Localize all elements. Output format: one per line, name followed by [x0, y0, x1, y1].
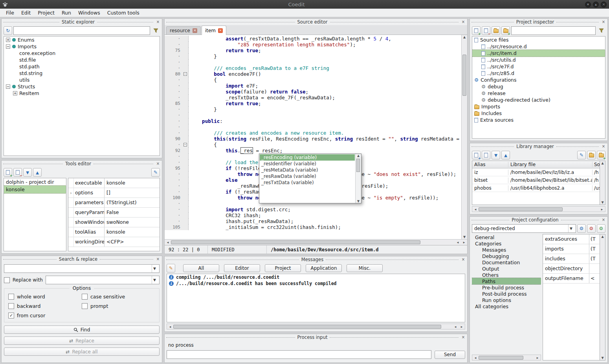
code-line[interactable]: "z85 representation length mismatches");: [189, 42, 356, 48]
window-maximize-button[interactable]: ▴: [593, 2, 599, 7]
property-value[interactable]: []: [105, 188, 160, 198]
project-node-configurations[interactable]: ⚙Configurations: [472, 77, 605, 83]
add-tool-button[interactable]: +: [4, 168, 12, 177]
static-explorer-node-core-exception[interactable]: core.exception: [4, 50, 160, 57]
add-library-button[interactable]: +: [472, 151, 481, 159]
code-line[interactable]: [189, 154, 190, 159]
project-node-debug[interactable]: ⚙debug: [472, 83, 605, 90]
inspector-filter-input[interactable]: [511, 26, 596, 35]
code-line[interactable]: scope(failure) return false;: [189, 89, 308, 95]
code-line[interactable]: this._res = resEnc;: [189, 148, 282, 154]
property-value[interactable]: (T: [589, 244, 600, 254]
config-category-others[interactable]: Others: [472, 272, 541, 278]
fold-marker-icon[interactable]: −: [183, 72, 187, 76]
static-explorer-node-enums[interactable]: +Enums: [4, 37, 160, 43]
project-node-src-e7f-d[interactable]: ../src/e7F.d: [472, 63, 605, 70]
property-value[interactable]: konsole: [105, 227, 160, 237]
close-panel-icon[interactable]: ×: [461, 257, 466, 262]
library-row-phobos[interactable]: phobos/usr/lib64/libphobos2.a/us: [472, 184, 600, 192]
tree-expander-icon[interactable]: +: [13, 91, 17, 95]
messages-filter-misc[interactable]: Misc.: [347, 264, 383, 272]
code-line[interactable]: {: [189, 77, 217, 83]
property-value[interactable]: swoNone: [105, 218, 160, 227]
scrollbar-thumb[interactable]: [479, 356, 523, 360]
code-line[interactable]: [189, 201, 190, 207]
property-value[interactable]: konsole: [105, 178, 160, 188]
config-category-debugging[interactable]: Debugging: [472, 253, 541, 259]
config-category-paths[interactable]: Paths: [472, 278, 541, 284]
refresh-button[interactable]: ↻: [4, 26, 12, 35]
static-explorer-node-std-string[interactable]: std.string: [4, 70, 160, 77]
messages-filter-application[interactable]: Application: [306, 264, 342, 272]
scroll-left-icon[interactable]: ◂: [472, 356, 479, 360]
tree-expander-icon[interactable]: −: [6, 84, 10, 89]
run-tool-button[interactable]: ✎: [151, 168, 160, 177]
project-node-src-utils-d[interactable]: ../src/utils.d: [472, 57, 605, 63]
code-line[interactable]: [189, 124, 190, 130]
code-line[interactable]: else: [189, 177, 237, 183]
config-category-all-categories[interactable]: All categories: [472, 303, 541, 309]
config-category-output[interactable]: Output: [472, 265, 541, 272]
editor-tab-item[interactable]: item×: [202, 26, 226, 35]
static-explorer-node-structs[interactable]: −Structs: [4, 83, 160, 90]
code-line[interactable]: return true;: [189, 48, 261, 53]
menu-project[interactable]: Project: [34, 9, 58, 17]
property-value[interactable]: <CFP>: [105, 237, 160, 247]
code-line[interactable]: this(string resFile, ResEncoding resEnc,…: [189, 136, 461, 142]
code-line[interactable]: /// creates and encodes a new resource i…: [189, 130, 344, 136]
tab-close-icon[interactable]: ×: [218, 28, 223, 33]
project-node-src-z85-d[interactable]: ../src/z85.d: [472, 70, 605, 77]
scroll-left-icon[interactable]: ◂: [165, 240, 171, 244]
sync-configuration-button[interactable]: ⚙: [577, 224, 586, 233]
column-header-sources[interactable]: Sources: [592, 162, 600, 167]
library-horizontal-scrollbar[interactable]: ◂ ▸: [472, 206, 605, 212]
remove-configuration-button[interactable]: ⚙: [587, 224, 596, 233]
tree-expander-icon[interactable]: +: [6, 38, 10, 42]
scroll-left-icon[interactable]: ◂: [472, 207, 479, 211]
code-line[interactable]: public:: [189, 118, 223, 124]
scrollbar-thumb[interactable]: [173, 325, 441, 329]
config-category-pre-build-process[interactable]: Pre-build process: [472, 284, 541, 291]
add-source-button[interactable]: +: [472, 26, 481, 35]
fold-marker-icon[interactable]: −: [183, 143, 187, 146]
add-configuration-button[interactable]: ⚙: [597, 224, 605, 233]
scrollbar-thumb[interactable]: [356, 159, 360, 172]
property-value[interactable]: (TStringList): [105, 198, 160, 207]
scrollbar-thumb[interactable]: [462, 55, 466, 96]
config-category-messages[interactable]: Messages: [472, 247, 541, 253]
code-line[interactable]: bool encodee7F(): [189, 71, 261, 77]
scroll-left-icon[interactable]: ◂: [455, 240, 461, 244]
message-row[interactable]: i/.../build/resource.d.coedit has been s…: [167, 280, 465, 287]
code-line[interactable]: {: [189, 142, 217, 148]
process-input-field[interactable]: [167, 350, 431, 359]
close-panel-icon[interactable]: ×: [601, 20, 606, 24]
chevron-down-icon[interactable]: ▼: [152, 276, 157, 284]
messages-filter-project[interactable]: Project: [265, 264, 301, 272]
config-category-post-build-process[interactable]: Post-build process: [472, 291, 541, 297]
close-panel-icon[interactable]: ×: [461, 20, 466, 24]
property-value[interactable]: <: [589, 274, 600, 283]
scroll-left-icon[interactable]: ◂: [167, 325, 173, 329]
messages-filter-editor[interactable]: Editor: [224, 264, 260, 272]
code-editor[interactable]: · assert(_resTxtData.length == _resRawDa…: [165, 35, 467, 239]
editor-horizontal-scrollbar[interactable]: ◂ ◂ ▸: [165, 239, 467, 245]
library-row-bitset[interactable]: bitset/home/basile/Dev/Bitset/lib/bitset…: [472, 176, 600, 184]
move-tool-up-button[interactable]: ▲: [33, 168, 42, 177]
code-line[interactable]: /// encodes _resRawData to a e7F string: [189, 65, 329, 71]
duplicate-library-button[interactable]: [482, 151, 490, 159]
filter-button[interactable]: [597, 26, 605, 35]
clear-messages-button[interactable]: ✎: [167, 264, 175, 273]
project-node-src-resource-d[interactable]: ../src/resource.d: [472, 43, 605, 50]
popup-scrollbar[interactable]: ▲▼: [355, 154, 361, 203]
edit-library-button[interactable]: ✎: [577, 151, 586, 159]
scroll-up-icon[interactable]: ▲: [357, 154, 360, 157]
tab-close-icon[interactable]: ×: [193, 28, 197, 33]
remove-source-button[interactable]: −: [482, 26, 490, 35]
properties-vertical-scrollbar[interactable]: ▲▼: [600, 234, 605, 360]
messages-horizontal-scrollbar[interactable]: ◂ ◂ ▸: [167, 324, 465, 329]
close-panel-icon[interactable]: ×: [156, 20, 160, 24]
register-library-button[interactable]: +: [597, 151, 605, 159]
code-line[interactable]: return true;: [189, 101, 261, 106]
project-node-release[interactable]: ⚙release: [472, 90, 605, 97]
library-vertical-scrollbar[interactable]: ▲▼: [600, 161, 605, 205]
